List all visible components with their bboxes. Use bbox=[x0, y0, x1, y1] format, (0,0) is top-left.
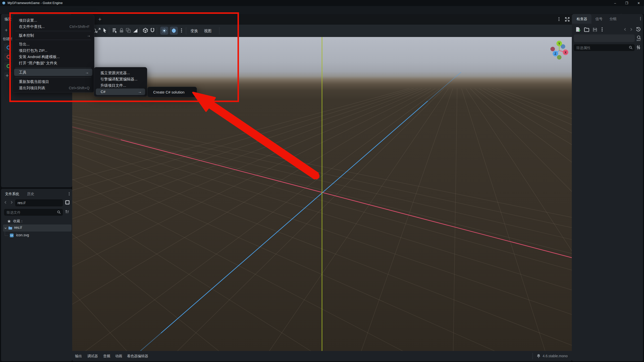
select-tool-icon[interactable] bbox=[102, 28, 107, 33]
fs-forward-icon[interactable] bbox=[10, 200, 14, 204]
add-scene-tab-button[interactable]: + bbox=[97, 16, 103, 23]
create-root-ui-button[interactable] bbox=[4, 62, 13, 70]
ruler-icon[interactable] bbox=[133, 28, 138, 33]
menu-separator bbox=[15, 67, 91, 68]
inspector-filter-search-icon bbox=[629, 46, 633, 50]
tab-history[interactable]: 历史 bbox=[27, 192, 34, 196]
fs-filter-input[interactable] bbox=[4, 209, 63, 216]
minimize-button[interactable]: – bbox=[611, 0, 619, 6]
dock-options-icon[interactable] bbox=[639, 17, 642, 21]
create-root-2d-button[interactable] bbox=[4, 43, 13, 52]
distraction-free-icon[interactable] bbox=[565, 17, 570, 22]
menu-item-upgrade-files[interactable]: 升级项目文件... bbox=[94, 82, 147, 88]
panel-output[interactable]: 输出 bbox=[75, 353, 82, 359]
fs-filter-search-icon bbox=[57, 210, 61, 214]
svg-text:DOC: DOC bbox=[637, 39, 641, 41]
save-resource-icon[interactable] bbox=[592, 27, 597, 32]
inspector-filter-input[interactable] bbox=[574, 44, 635, 51]
menu-item-orphan-explorer[interactable]: 孤立资源浏览器... bbox=[94, 70, 147, 76]
menu-item-pack-zip[interactable]: 项目打包为 ZIP... bbox=[12, 47, 94, 54]
environment-globe-icon bbox=[171, 28, 176, 33]
shortcut-label: Ctrl+Shift+Q bbox=[69, 85, 90, 91]
sun-environ-options-icon[interactable] bbox=[180, 28, 183, 33]
tab-signals[interactable]: 信号 bbox=[595, 17, 602, 21]
panel-debugger[interactable]: 调试器 bbox=[87, 353, 98, 359]
new-resource-icon[interactable] bbox=[575, 27, 580, 32]
godot-svg-file-icon bbox=[10, 233, 14, 238]
open-docs-icon[interactable]: DOC bbox=[636, 35, 642, 41]
submenu-arrow-icon: → bbox=[87, 32, 91, 38]
window-title: MyGFrameworkGame - Godot Engine bbox=[8, 1, 63, 5]
tools-submenu-popup: 孤立资源浏览器... 引擎编译配置编辑器... 升级项目文件... C#→ bbox=[94, 67, 147, 97]
view-menu[interactable]: 视图 bbox=[204, 27, 212, 34]
scale-tool-icon[interactable] bbox=[95, 28, 101, 33]
menu-item-create-csharp-solution[interactable]: Create C# solution bbox=[147, 89, 197, 96]
preview-sun-toggle[interactable] bbox=[160, 27, 168, 35]
menu-item-engine-compile-editor[interactable]: 引擎编译配置编辑器... bbox=[94, 76, 147, 82]
inspector-tools-icon[interactable] bbox=[636, 45, 641, 50]
menu-item-open-user-data[interactable]: 打开 “用户数据” 文件夹 bbox=[12, 60, 94, 66]
menu-item-install-android[interactable]: 安装 Android 构建模板... bbox=[12, 54, 94, 60]
edit-history-icon[interactable] bbox=[636, 27, 641, 32]
godot-logo-icon bbox=[2, 1, 6, 5]
submenu-arrow-icon: → bbox=[85, 69, 89, 76]
menu-item-version-control[interactable]: 版本控制→ bbox=[12, 32, 94, 38]
godot-editor-window: MyGFrameworkGame - Godot Engine – ❐ ✕ 场景… bbox=[0, 0, 644, 362]
add-child-node-button[interactable]: + bbox=[4, 27, 9, 33]
fs-file-row[interactable]: icon.svg bbox=[3, 232, 71, 239]
toolbar-separator bbox=[109, 27, 109, 34]
folder-icon bbox=[8, 226, 13, 230]
3d-scene-icon bbox=[6, 54, 11, 59]
menu-item-project-settings[interactable]: 项目设置... bbox=[12, 17, 94, 23]
close-button[interactable]: ✕ bbox=[634, 0, 643, 6]
main-menu-bar: 场景 项目 调试 编辑器 帮助 2D 3D 脚本 游戏 资产库 bbox=[0, 6, 644, 14]
snap-object-icon[interactable] bbox=[143, 28, 148, 33]
list-select-icon[interactable] bbox=[112, 28, 117, 33]
panel-animation[interactable]: 动画 bbox=[115, 353, 122, 359]
panel-audio[interactable]: 音频 bbox=[103, 353, 110, 359]
panel-shader-editor[interactable]: 着色器编辑器 bbox=[127, 353, 148, 359]
menu-item-csharp[interactable]: C#→ bbox=[96, 88, 145, 95]
fs-path-input[interactable] bbox=[15, 199, 63, 206]
user-interface-icon bbox=[6, 64, 11, 69]
expander-chevron-icon[interactable] bbox=[4, 227, 7, 230]
scene-tabs-strip: + bbox=[72, 14, 572, 25]
tab-inspector[interactable]: 检查器 bbox=[572, 14, 591, 24]
load-resource-folder-icon[interactable] bbox=[584, 27, 589, 32]
tab-scene-dock[interactable]: 场景 bbox=[5, 17, 12, 22]
transform-menu[interactable]: 变换 bbox=[190, 27, 198, 34]
menu-item-find-in-files[interactable]: 在文件中查找...Ctrl+Shift+F bbox=[12, 23, 94, 30]
magnet-snap-icon[interactable] bbox=[150, 28, 155, 33]
toolbar-separator bbox=[186, 27, 186, 34]
menu-item-reload-project[interactable]: 重新加载当前项目 bbox=[12, 78, 94, 85]
tab-filesystem[interactable]: 文件系统 bbox=[5, 192, 19, 196]
group-icon[interactable] bbox=[126, 28, 131, 33]
resource-name-box[interactable] bbox=[574, 34, 635, 42]
favorites-label: 收藏： bbox=[13, 219, 24, 223]
lock-icon[interactable] bbox=[119, 28, 124, 33]
csharp-submenu-popup: Create C# solution bbox=[147, 87, 197, 97]
tab-groups[interactable]: 分组 bbox=[610, 17, 617, 21]
toolbar-separator bbox=[219, 27, 219, 34]
fs-back-icon[interactable] bbox=[4, 200, 8, 204]
menu-item-tools[interactable]: 工具→ bbox=[14, 69, 92, 76]
history-forward-icon[interactable] bbox=[629, 27, 633, 31]
split-mode-icon[interactable] bbox=[65, 200, 70, 205]
sun-icon bbox=[162, 28, 167, 33]
create-root-node-label: 创建根节点: bbox=[3, 37, 13, 41]
preview-environment-toggle[interactable] bbox=[170, 27, 178, 35]
dock-options-icon[interactable] bbox=[67, 192, 71, 196]
create-root-3d-button[interactable] bbox=[4, 53, 13, 61]
star-icon bbox=[7, 219, 11, 223]
notification-bell-icon[interactable] bbox=[537, 354, 541, 358]
history-back-icon[interactable] bbox=[623, 27, 627, 31]
fs-sort-icon[interactable] bbox=[65, 210, 69, 214]
fs-root-row[interactable]: res:// bbox=[3, 224, 71, 232]
create-root-other-button[interactable]: + bbox=[4, 72, 13, 80]
scene-tabs-menu-icon[interactable] bbox=[557, 17, 561, 21]
menu-item-export[interactable]: 导出... bbox=[12, 41, 94, 47]
resource-options-icon[interactable] bbox=[600, 27, 604, 32]
menu-item-quit-to-list[interactable]: 退出到项目列表Ctrl+Shift+Q bbox=[12, 85, 94, 91]
restore-button[interactable]: ❐ bbox=[622, 0, 631, 6]
axis-gizmo[interactable]: Y X Z bbox=[546, 39, 572, 65]
